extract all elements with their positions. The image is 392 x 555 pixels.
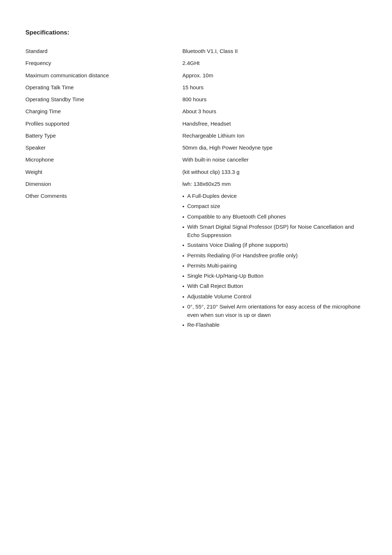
list-item-text: Single Pick-Up/Hang-Up Button xyxy=(187,272,367,280)
spec-row: Operating Standby Time800 hours xyxy=(25,93,367,105)
spec-label: Maximum communication distance xyxy=(25,69,182,81)
spec-row: MicrophoneWith built-in noise canceller xyxy=(25,154,367,166)
list-item-text: With Smart Digital Signal Professor (DSP… xyxy=(187,223,367,240)
spec-label: Dimension xyxy=(25,178,182,190)
spec-value: With built-in noise canceller xyxy=(182,154,367,166)
spec-value: About 3 hours xyxy=(182,105,367,117)
spec-value: 2.4GHt xyxy=(182,57,367,69)
spec-value: 15 hours xyxy=(182,81,367,93)
list-item: •Compatible to any Bluetooth Cell phones xyxy=(182,212,367,221)
bullet-icon: • xyxy=(182,321,184,329)
spec-label: Standard xyxy=(25,45,182,57)
spec-label: Speaker xyxy=(25,142,182,154)
list-item-text: Compatible to any Bluetooth Cell phones xyxy=(187,212,367,221)
list-item: •0°, 55°, 210° Swivel Arm orientations f… xyxy=(182,302,367,319)
spec-value: Rechargeable Lithium Ion xyxy=(182,130,367,142)
spec-row: Profiles supportedHandsfree, Headset xyxy=(25,118,367,130)
list-item: •Adjustable Volume Control xyxy=(182,292,367,301)
list-item-text: Sustains Voice Dialing (if phone support… xyxy=(187,241,367,249)
list-item: •Permits Multi-pairing xyxy=(182,261,367,270)
spec-value: Approx. 10m xyxy=(182,69,367,81)
list-item: •Sustains Voice Dialing (if phone suppor… xyxy=(182,241,367,249)
bullet-icon: • xyxy=(182,241,184,249)
bullet-icon: • xyxy=(182,272,184,280)
list-item: •With Smart Digital Signal Professor (DS… xyxy=(182,223,367,240)
bullet-icon: • xyxy=(182,192,184,200)
section-title: Specifications: xyxy=(25,29,367,36)
spec-label: Frequency xyxy=(25,57,182,69)
bullet-icon: • xyxy=(182,213,184,221)
list-item: •Single Pick-Up/Hang-Up Button xyxy=(182,272,367,280)
list-item-text: Re-Flashable xyxy=(187,321,367,329)
spec-label: Operating Standby Time xyxy=(25,93,182,105)
spec-label: Operating Talk Time xyxy=(25,81,182,93)
spec-value: 50mm dia, High Power Neodyne type xyxy=(182,142,367,154)
list-item-text: 0°, 55°, 210° Swivel Arm orientations fo… xyxy=(187,302,367,319)
spec-label: Charging Time xyxy=(25,105,182,117)
list-item: •Re-Flashable xyxy=(182,321,367,329)
bullet-icon: • xyxy=(182,202,184,211)
specs-table: StandardBluetooth V1.I, Class IIFrequenc… xyxy=(25,45,367,333)
spec-row: Operating Talk Time15 hours xyxy=(25,81,367,93)
spec-label: Microphone xyxy=(25,154,182,166)
list-item: •Permits Redialing (For Handsfree profil… xyxy=(182,251,367,260)
list-item-text: A Full-Duples device xyxy=(187,192,367,200)
bullet-icon: • xyxy=(182,293,184,301)
list-item-text: Adjustable Volume Control xyxy=(187,292,367,301)
bullet-icon: • xyxy=(182,303,184,311)
bullet-icon: • xyxy=(182,282,184,290)
list-item-text: Compact size xyxy=(187,202,367,210)
spec-label: Weight xyxy=(25,166,182,178)
spec-row: Weight(kit without clip) 133.3 g xyxy=(25,166,367,178)
spec-value: Bluetooth V1.I, Class II xyxy=(182,45,367,57)
spec-row: Dimensionlwh: 138x60x25 mm xyxy=(25,178,367,190)
spec-row: StandardBluetooth V1.I, Class II xyxy=(25,45,367,57)
spec-value: (kit without clip) 133.3 g xyxy=(182,166,367,178)
spec-row: Frequency2.4GHt xyxy=(25,57,367,69)
list-item-text: Permits Multi-pairing xyxy=(187,261,367,270)
spec-row: Charging TimeAbout 3 hours xyxy=(25,105,367,117)
other-comments-label: Other Comments xyxy=(25,190,182,333)
spec-label: Profiles supported xyxy=(25,118,182,130)
bullet-icon: • xyxy=(182,252,184,260)
spec-value: lwh: 138x60x25 mm xyxy=(182,178,367,190)
other-comments-value: •A Full-Duples device•Compact size•Compa… xyxy=(182,190,367,333)
list-item: •With Call Reject Button xyxy=(182,282,367,290)
list-item: •Compact size xyxy=(182,202,367,211)
other-comments-row: Other Comments •A Full-Duples device•Com… xyxy=(25,190,367,333)
page-container: Specifications: StandardBluetooth V1.I, … xyxy=(0,0,392,362)
list-item-text: With Call Reject Button xyxy=(187,282,367,290)
bullet-icon: • xyxy=(182,223,184,231)
comments-list: •A Full-Duples device•Compact size•Compa… xyxy=(182,192,367,330)
list-item-text: Permits Redialing (For Handsfree profile… xyxy=(187,251,367,260)
bullet-icon: • xyxy=(182,262,184,270)
spec-value: 800 hours xyxy=(182,93,367,105)
spec-label: Battery Type xyxy=(25,130,182,142)
spec-row: Battery TypeRechargeable Lithium Ion xyxy=(25,130,367,142)
list-item: •A Full-Duples device xyxy=(182,192,367,200)
spec-row: Maximum communication distanceApprox. 10… xyxy=(25,69,367,81)
spec-value: Handsfree, Headset xyxy=(182,118,367,130)
spec-row: Speaker50mm dia, High Power Neodyne type xyxy=(25,142,367,154)
